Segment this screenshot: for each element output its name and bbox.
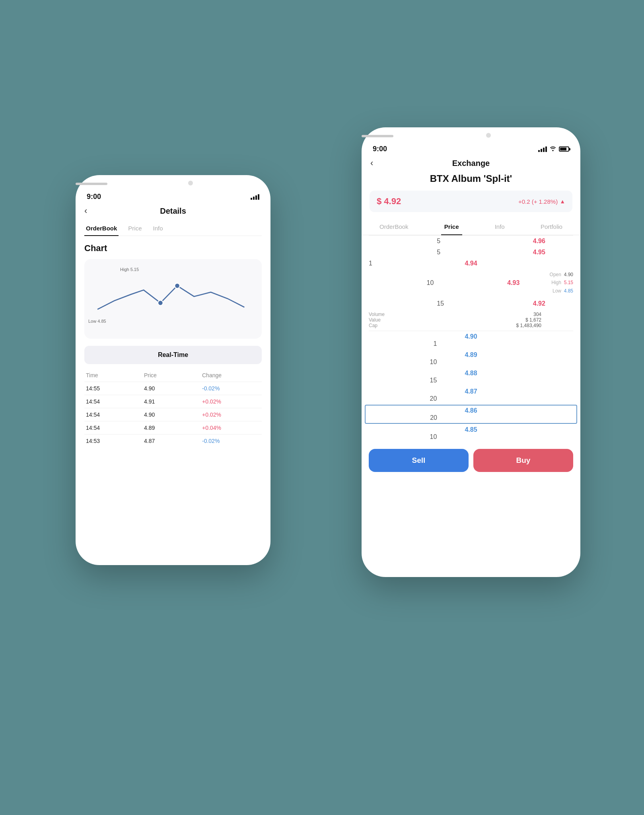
bid-row-2: 4.89 10 bbox=[362, 349, 580, 368]
tab-info-front[interactable]: Info bbox=[492, 218, 508, 235]
bid-row-3: 4.88 15 bbox=[362, 368, 580, 386]
bottom-buttons: Sell Buy bbox=[362, 443, 580, 482]
notch-pill-front bbox=[362, 135, 393, 137]
price-change: +0.2 (+ 1.28%) ▲ bbox=[518, 198, 565, 205]
ask-row-5: 15 4.92 bbox=[362, 298, 580, 309]
exchange-tabs: OrderBook Price Info Portfolio bbox=[362, 218, 580, 235]
signal-icon-back bbox=[251, 194, 259, 200]
bid-row-4: 4.87 20 bbox=[362, 386, 580, 404]
details-content: OrderBook Price Info Chart High 5.15 Low… bbox=[76, 221, 270, 447]
trade-price: 4.87 bbox=[144, 438, 202, 444]
header-back: ‹ Details bbox=[76, 203, 270, 221]
trade-price: 4.91 bbox=[144, 398, 202, 405]
trade-row: 14:55 4.90 -0.02% bbox=[84, 382, 262, 395]
bid-row-1: 4.90 1 bbox=[362, 331, 580, 349]
trade-change: -0.02% bbox=[202, 385, 260, 392]
phone-front: 9:00 ‹ Exchange BTX Album 'Spl-it' $ 4.9… bbox=[362, 127, 580, 577]
chart-title: Chart bbox=[84, 243, 262, 253]
trade-change: -0.02% bbox=[202, 438, 260, 444]
chart-svg bbox=[89, 269, 257, 324]
ask-row-4-container: 10 4.93 Open 4.90 High 5.15 Low 4.85 bbox=[362, 269, 580, 296]
trade-time: 14:54 bbox=[86, 398, 144, 405]
chart-low-label: Low 4.85 bbox=[88, 319, 106, 324]
trade-row: 14:54 4.91 +0.02% bbox=[84, 395, 262, 408]
page-title-front: Exchange bbox=[452, 159, 490, 168]
cap-label: Cap bbox=[369, 323, 516, 328]
tab-info-back[interactable]: Info bbox=[152, 221, 165, 236]
ask-price: 4.96 bbox=[505, 238, 573, 245]
tab-price-back[interactable]: Price bbox=[126, 221, 143, 236]
vol-label: Volume bbox=[369, 312, 516, 317]
trade-table-header: Time Price Change bbox=[84, 372, 262, 382]
trade-time: 14:53 bbox=[86, 438, 144, 444]
trade-time: 14:54 bbox=[86, 411, 144, 418]
stats-open: Open 4.90 High 5.15 Low 4.85 bbox=[550, 271, 580, 295]
trade-table: Time Price Change 14:55 4.90 -0.02% 14:5… bbox=[84, 372, 262, 447]
cap-value: $ 1,483,490 bbox=[516, 323, 541, 328]
vol-info-row: Volume Value Cap 304 $ 1,672 $ 1,483,490 bbox=[362, 311, 580, 331]
time-front: 9:00 bbox=[373, 145, 387, 153]
phone-back: 9:00 ‹ Details OrderBook Price Info Char… bbox=[76, 175, 270, 565]
orderbook-asks: 5 4.96 5 4.95 1 4.94 10 4.93 Open 4.90 bbox=[362, 236, 580, 443]
trade-row: 14:54 4.89 +0.04% bbox=[84, 421, 262, 434]
status-bar-back: 9:00 bbox=[76, 189, 270, 203]
trade-change: +0.02% bbox=[202, 398, 260, 405]
status-icons-front bbox=[538, 146, 569, 153]
col-price: Price bbox=[144, 372, 202, 378]
chart-dot-high bbox=[175, 283, 180, 289]
bid-row-6: 4.85 10 bbox=[362, 424, 580, 443]
status-bar-front: 9:00 bbox=[362, 141, 580, 155]
back-button-front[interactable]: ‹ bbox=[370, 158, 373, 168]
ask-row-1: 5 4.96 bbox=[362, 236, 580, 247]
col-change: Change bbox=[202, 372, 260, 378]
tab-portfolio-front[interactable]: Portfolio bbox=[537, 218, 566, 235]
tab-orderbook-back[interactable]: OrderBook bbox=[84, 221, 119, 236]
trade-time: 14:55 bbox=[86, 385, 144, 392]
tab-price-front[interactable]: Price bbox=[441, 218, 462, 235]
asset-title: BTX Album 'Spl-it' bbox=[362, 173, 580, 191]
wifi-icon bbox=[549, 146, 556, 153]
tab-orderbook-front[interactable]: OrderBook bbox=[376, 218, 412, 235]
chart-dot-low bbox=[158, 300, 163, 306]
val-label: Value bbox=[369, 317, 516, 323]
trade-row: 14:53 4.87 -0.02% bbox=[84, 434, 262, 447]
back-button-back[interactable]: ‹ bbox=[84, 206, 87, 216]
page-title-back: Details bbox=[160, 207, 186, 216]
current-price: $ 4.92 bbox=[377, 196, 401, 207]
camera-front bbox=[486, 133, 491, 138]
trade-price: 4.90 bbox=[144, 411, 202, 418]
trade-change: +0.04% bbox=[202, 425, 260, 431]
ask-row-5-container: 15 4.92 bbox=[362, 296, 580, 311]
trade-price: 4.89 bbox=[144, 425, 202, 431]
ask-qty-left: 5 bbox=[437, 238, 505, 245]
price-up-arrow: ▲ bbox=[560, 198, 565, 205]
chart-high-label: High 5.15 bbox=[120, 267, 139, 272]
notch-pill-back bbox=[76, 183, 107, 185]
bid-row-5-selected[interactable]: 4.86 20 bbox=[365, 405, 577, 424]
realtime-button[interactable]: Real-Time bbox=[84, 346, 262, 364]
battery-icon bbox=[559, 146, 569, 152]
ask-row-2: 5 4.95 bbox=[362, 247, 580, 258]
chart-container: High 5.15 Low 4.85 bbox=[84, 259, 262, 339]
camera-back bbox=[188, 181, 193, 185]
ask-row-3: 1 4.94 bbox=[362, 258, 580, 269]
header-front: ‹ Exchange bbox=[362, 155, 580, 173]
sell-button[interactable]: Sell bbox=[369, 449, 469, 472]
status-icons-back bbox=[251, 194, 259, 200]
trade-price: 4.90 bbox=[144, 385, 202, 392]
val-value: $ 1,672 bbox=[516, 317, 541, 323]
trade-time: 14:54 bbox=[86, 425, 144, 431]
price-banner: $ 4.92 +0.2 (+ 1.28%) ▲ bbox=[370, 191, 572, 212]
trade-row: 14:54 4.90 +0.02% bbox=[84, 408, 262, 421]
price-change-text: +0.2 (+ 1.28%) bbox=[518, 198, 558, 205]
signal-icon-front bbox=[538, 146, 547, 152]
time-back: 9:00 bbox=[87, 193, 101, 201]
col-time: Time bbox=[86, 372, 144, 378]
trade-change: +0.02% bbox=[202, 411, 260, 418]
vol-value: 304 bbox=[516, 312, 541, 317]
ask-row-4: 10 4.93 bbox=[362, 277, 550, 289]
details-tabs: OrderBook Price Info bbox=[84, 221, 262, 236]
vol-values: 304 $ 1,672 $ 1,483,490 bbox=[516, 312, 541, 328]
buy-button[interactable]: Buy bbox=[473, 449, 573, 472]
